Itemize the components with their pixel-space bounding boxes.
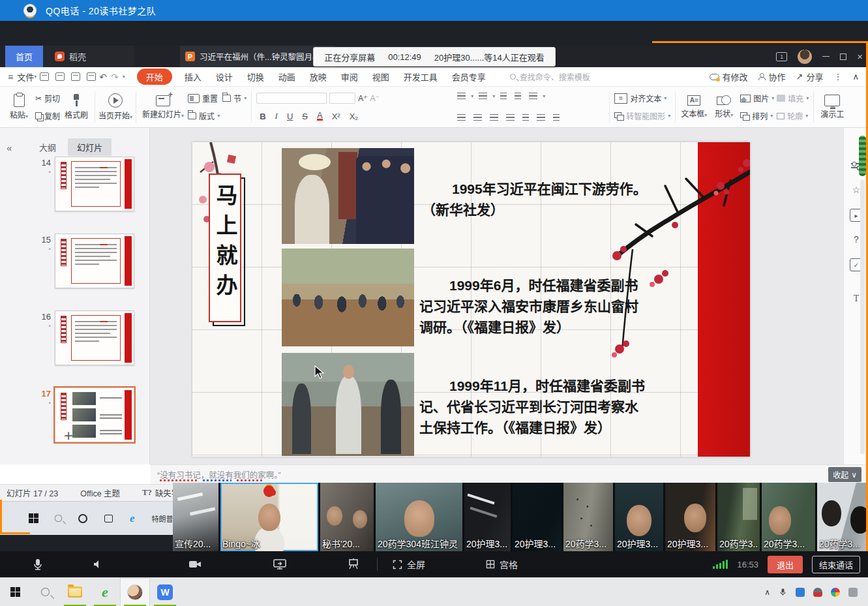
columns-icon[interactable] [522, 114, 529, 121]
collapse-ribbon-icon[interactable]: ∧ [852, 72, 859, 82]
tray-chevron-icon[interactable]: ∧ [764, 588, 770, 597]
whiteboard-icon[interactable] [347, 558, 360, 571]
qq-app-icon[interactable] [120, 578, 150, 606]
menu-tab-切换[interactable]: 切换 [247, 70, 264, 83]
font-name-box[interactable] [256, 93, 327, 104]
reset-button[interactable]: 重置 [188, 93, 220, 104]
tab-home[interactable]: 首页 [5, 46, 43, 67]
menu-tab-动画[interactable]: 动画 [278, 70, 295, 83]
camera-icon[interactable] [188, 558, 202, 571]
font-style-1[interactable]: B [260, 112, 265, 121]
list-spacing-icon[interactable] [553, 114, 560, 121]
slide-photo-2[interactable] [282, 249, 414, 346]
taskbar-search-icon[interactable] [30, 578, 60, 606]
collab-button[interactable]: 协作 [758, 70, 786, 83]
tab-slides[interactable]: 幻灯片 [68, 138, 112, 156]
participant-video[interactable]: 20护理3... [464, 483, 511, 551]
font-style-3[interactable]: U [287, 112, 293, 121]
share-screen-icon[interactable] [273, 558, 287, 571]
microphone-icon[interactable] [31, 558, 44, 571]
avatar[interactable] [798, 50, 812, 64]
task-view-icon[interactable] [104, 515, 113, 523]
textbox-button[interactable]: A≡文本框▾ [679, 89, 709, 125]
redo-icon[interactable]: ↷ [111, 72, 119, 82]
menu-tab-放映[interactable]: 放映 [310, 70, 327, 83]
picture-button[interactable]: 图片▾ [740, 93, 774, 104]
collapse-panel-icon[interactable]: « [7, 142, 12, 153]
tray-shield-icon[interactable] [813, 588, 822, 597]
cortana-icon[interactable] [78, 514, 87, 523]
share-button[interactable]: ↗分享 [796, 70, 824, 83]
fullscreen-button[interactable]: 全屏 [392, 558, 425, 571]
shapes-button[interactable]: 形状▾ [709, 89, 739, 125]
slide-photo-3[interactable] [282, 353, 414, 456]
arrange-button[interactable]: 排列▾ [740, 110, 774, 121]
paste-button[interactable]: 粘贴▾ [4, 89, 34, 125]
collapse-notes-button[interactable]: 收起∨ [828, 467, 861, 482]
menu-tab-审阅[interactable]: 审阅 [341, 70, 358, 83]
slide-photo-1[interactable] [282, 148, 414, 244]
wps-app-icon[interactable]: W [150, 578, 180, 606]
decrease-indent-icon[interactable] [500, 93, 507, 100]
speaker-icon[interactable] [91, 558, 104, 571]
participant-video[interactable]: 20药学3... [717, 483, 760, 551]
font-style-6[interactable]: X² [332, 112, 340, 121]
participant-video[interactable]: 20药学3... [563, 483, 613, 551]
restore-button[interactable] [840, 53, 846, 60]
menu-tab-开始[interactable]: 开始 [137, 68, 172, 85]
tray-microphone-icon[interactable] [779, 587, 787, 597]
participant-video[interactable]: 秘书'20... [320, 483, 374, 551]
copy-button[interactable]: 复制 [35, 110, 60, 121]
participant-video[interactable]: 20护理3... [615, 483, 663, 551]
align-center-icon[interactable] [473, 114, 482, 121]
format-painter-button[interactable]: 格式刷 [61, 89, 91, 125]
tray-app-icon[interactable] [831, 588, 840, 597]
align-right-icon[interactable] [490, 114, 498, 121]
preview-icon[interactable] [87, 72, 96, 81]
align-left-icon[interactable] [457, 114, 466, 121]
font-size-box[interactable] [329, 93, 355, 104]
undo-icon[interactable]: ↶ [99, 72, 107, 82]
grow-font-icon[interactable]: A⁺ [358, 94, 367, 103]
end-call-button[interactable]: 结束通话 [812, 556, 860, 573]
numbering-icon[interactable] [479, 93, 487, 100]
command-search[interactable]: 查找命令、搜索模板 [510, 71, 590, 82]
font-style-7[interactable]: X₂ [350, 112, 359, 121]
menu-tab-视图[interactable]: 视图 [372, 70, 389, 83]
outline-button[interactable]: 轮廓▾ [777, 110, 809, 121]
notification-icon[interactable]: 1 [776, 52, 787, 61]
slide-17[interactable]: 马上就办 [192, 142, 750, 457]
tray-keyboard-icon[interactable] [848, 588, 858, 597]
close-button[interactable]: × [857, 51, 863, 62]
exit-button[interactable]: 退出 [768, 556, 803, 573]
participant-video[interactable]: 20药学3... [762, 483, 815, 551]
cut-button[interactable]: ✂剪切 [35, 93, 60, 104]
participant-video[interactable]: 20药学3... [817, 483, 868, 551]
minimize-button[interactable] [822, 56, 830, 57]
export-icon[interactable] [55, 72, 65, 81]
tab-outline[interactable]: 大纲 [39, 141, 56, 153]
font-style-2[interactable]: I [275, 111, 278, 121]
participant-video[interactable]: 20药学304班江钟灵 [376, 483, 462, 551]
notes-bar[interactable]: “没有习书记，就没有我们的家啊。” 收起∨ [151, 464, 868, 484]
menu-tab-插入[interactable]: 插入 [185, 70, 202, 83]
tab-document[interactable]: P 习近平在福州（件...钟灵黎圆月(1) • [180, 46, 335, 67]
menu-tab-会员专享[interactable]: 会员专享 [452, 70, 486, 83]
increase-indent-icon[interactable] [515, 93, 521, 100]
font-style-4[interactable]: S [302, 112, 308, 121]
slide-thumbnail-15[interactable] [55, 234, 134, 288]
to-smartart-button[interactable]: 转智能图形▾ [614, 110, 670, 121]
tab-docer[interactable]: 稻壳 [43, 46, 134, 67]
line-spacing-icon[interactable] [537, 114, 545, 121]
save-icon[interactable] [40, 72, 49, 81]
scrollbar-track[interactable] [860, 180, 865, 454]
start-button[interactable] [29, 513, 38, 523]
slide-thumbnail-16[interactable] [55, 311, 134, 365]
font-style-5[interactable]: A [317, 112, 323, 121]
participant-video[interactable]: 宣传20... [173, 483, 218, 551]
edge-browser-icon[interactable]: e [130, 512, 135, 525]
file-explorer-icon[interactable] [60, 578, 90, 606]
align-text-button[interactable]: ≡对齐文本▾ [614, 93, 670, 104]
play-from-current-button[interactable]: 当页开始▾ [98, 89, 132, 125]
justify-icon[interactable] [506, 114, 515, 121]
